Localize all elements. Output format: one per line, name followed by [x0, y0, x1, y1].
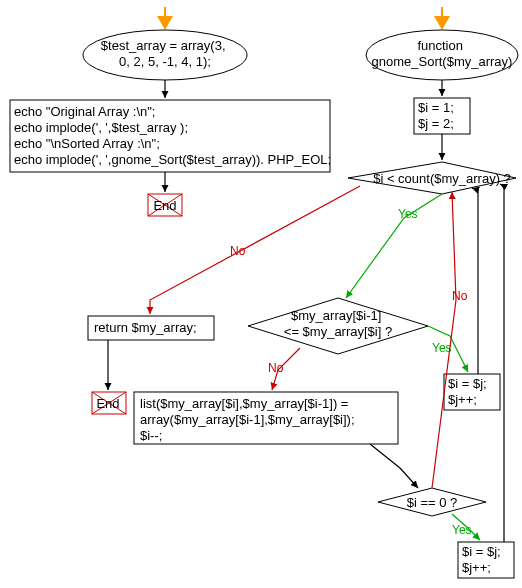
start-ellipse-line1: $test_array = array(3, — [101, 38, 226, 53]
cond3-yes-label: Yes — [452, 523, 472, 537]
stmt-line-4: echo implode(', ',gnome_Sort($test_array… — [14, 152, 331, 167]
cond3-text: $i == 0 ? — [407, 495, 458, 510]
swap-line-1: list($my_array[$i],$my_array[$i-1]) = — [140, 396, 348, 411]
init-line-2: $j = 2; — [418, 116, 454, 131]
cond2-line2: <= $my_array[$i] ? — [284, 324, 392, 339]
func-line1: function — [417, 38, 463, 53]
assign1-line-2: $j++; — [448, 392, 477, 407]
stmt-line-3: echo "\nSorted Array :\n"; — [14, 136, 160, 151]
right-flow: function gnome_Sort($my_array) $i = 1; $… — [88, 7, 518, 578]
edge-swap-to-cond3 — [370, 444, 418, 488]
right-end-node: End — [92, 392, 126, 414]
swap-line-3: $i--; — [140, 428, 162, 443]
cond2-line1: $my_array[$i-1] — [291, 308, 381, 323]
edge-assign2-to-cond1 — [500, 184, 504, 542]
stmt-line-1: echo "Original Array :\n"; — [14, 104, 155, 119]
edge-cond1-yes — [346, 194, 442, 298]
cond1-yes-label: Yes — [398, 207, 418, 221]
cond2-text: $my_array[$i-1] <= $my_array[$i] ? — [284, 308, 392, 339]
cond2-no-label: No — [268, 361, 284, 375]
cond3-no-label: No — [452, 289, 468, 303]
stmt-line-2: echo implode(', ',$test_array ); — [14, 120, 188, 135]
init-line-1: $i = 1; — [418, 100, 454, 115]
left-end-node: End — [148, 194, 182, 216]
assign2-line-2: $j++; — [462, 560, 491, 575]
cond1-text: $i < count($my_array) ? — [373, 171, 511, 186]
return-text: return $my_array; — [94, 320, 197, 335]
assign1-line-1: $i = $j; — [448, 376, 487, 391]
edge-assign1-to-cond1 — [472, 188, 478, 374]
func-line2: gnome_Sort($my_array) — [372, 54, 513, 69]
left-end-label: End — [153, 198, 176, 213]
left-flow: $test_array = array(3, 0, 2, 5, -1, 4, 1… — [10, 7, 331, 216]
start-ellipse-line2: 0, 2, 5, -1, 4, 1); — [119, 54, 211, 69]
right-end-label: End — [96, 396, 119, 411]
cond1-no-label: No — [230, 244, 246, 258]
swap-line-2: array($my_array[$i-1],$my_array[$i]); — [140, 412, 355, 427]
start-ellipse-text: $test_array = array(3, 0, 2, 5, -1, 4, 1… — [101, 38, 229, 69]
cond2-yes-label: Yes — [432, 341, 452, 355]
assign2-line-1: $i = $j; — [462, 544, 501, 559]
